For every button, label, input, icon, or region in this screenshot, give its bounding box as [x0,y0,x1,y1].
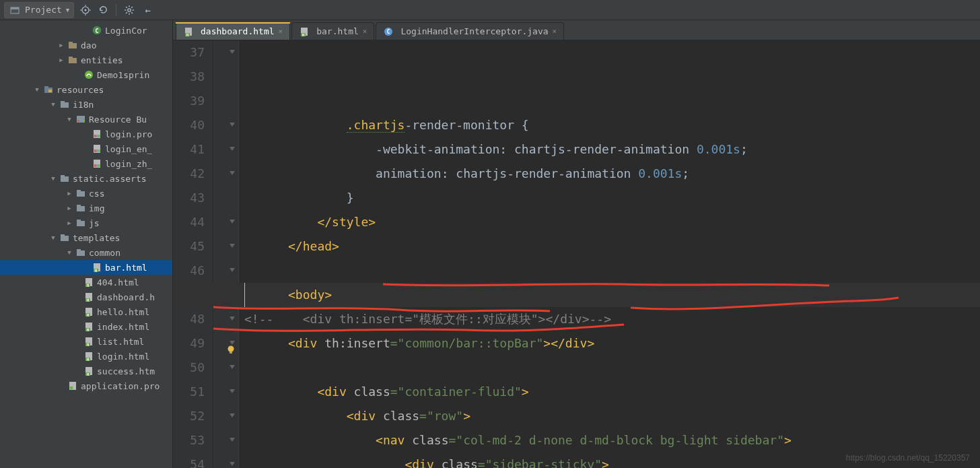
code-line[interactable] [244,356,980,380]
expand-arrow-icon[interactable] [73,352,82,361]
code-line[interactable] [244,259,980,283]
tree-node[interactable]: ▼i18n [0,97,172,112]
expand-arrow-icon[interactable] [73,337,82,346]
tree-node-label: js [89,218,100,228]
expand-arrow-icon[interactable]: ▶ [65,218,74,228]
tree-node[interactable]: login_en_ [0,141,172,156]
code-line[interactable]: .chartjs-render-monitor { [244,113,980,137]
expand-arrow-icon[interactable]: ▶ [57,55,66,65]
tree-node-label: dashboard.h [97,292,155,302]
fold-marker-icon[interactable] [228,388,236,396]
fold-marker-icon[interactable] [228,436,236,444]
fold-marker-icon[interactable] [228,267,236,275]
tree-node-label: login.pro [105,129,152,139]
tree-node[interactable]: ▼resources [0,82,172,97]
editor-tab[interactable]: Hbar.html× [291,22,374,40]
expand-arrow-icon[interactable]: ▼ [48,233,58,242]
fold-marker-icon[interactable] [228,412,236,420]
tree-node[interactable]: login_zh_ [0,156,172,171]
expand-arrow-icon[interactable] [73,366,82,376]
tree-node[interactable]: Demo1sprin [0,67,172,82]
tree-node[interactable]: Hlogin.html [0,349,172,364]
tree-node[interactable]: login.pro [0,127,172,141]
expand-arrow-icon[interactable]: ▶ [65,189,74,198]
code-line[interactable]: animation: chartjs-render-animation 0.00… [244,162,980,186]
code-content[interactable]: .chartjs-render-monitor { -webkit-animat… [239,40,980,468]
tree-node[interactable]: ▶js [0,215,172,230]
expand-arrow-icon[interactable] [81,159,90,168]
expand-arrow-icon[interactable]: ▼ [32,85,42,94]
tree-node[interactable]: ▼static.asserts [0,171,172,186]
tree-node[interactable]: Hsuccess.htm [0,364,172,378]
svg-text:H: H [186,32,189,36]
expand-arrow-icon[interactable] [73,292,82,302]
code-line[interactable]: <nav class="col-md-2 d-none d-md-block b… [244,428,980,453]
expand-arrow-icon[interactable] [81,26,90,35]
expand-arrow-icon[interactable]: ▼ [48,100,58,109]
expand-arrow-icon[interactable] [57,381,66,391]
pkg-icon [67,40,78,51]
expand-arrow-icon[interactable] [81,263,90,272]
tree-node[interactable]: Hindex.html [0,319,172,334]
tree-node[interactable]: Hdashboard.h [0,290,172,304]
close-icon[interactable]: × [363,27,368,36]
refresh-icon[interactable] [97,4,109,16]
tree-node[interactable]: ▶img [0,201,172,215]
class-icon: C [92,25,102,36]
fold-marker-icon[interactable] [228,242,236,250]
code-line[interactable]: <div th:insert="common/bar::topBar"></di… [244,331,980,356]
expand-arrow-icon[interactable]: ▶ [65,203,74,213]
code-line[interactable]: <div class="row"> [244,404,980,428]
code-editor[interactable]: 373839404142434445464748495051525354 .ch… [173,40,980,468]
tree-node[interactable]: H404.html [0,275,172,290]
project-tree[interactable]: CLoginCor▶dao▶entitiesDemo1sprin▼resourc… [0,20,173,468]
fold-marker-icon[interactable] [228,364,236,372]
tree-node[interactable]: ▶css [0,186,172,201]
tree-node[interactable]: ▼templates [0,230,172,245]
expand-arrow-icon[interactable] [73,70,82,79]
svg-rect-21 [69,58,77,63]
tree-node[interactable]: Hlist.html [0,334,172,349]
expand-arrow-icon[interactable] [73,307,82,316]
gear-icon[interactable] [123,4,135,16]
close-icon[interactable]: × [279,27,283,36]
expand-arrow-icon[interactable]: ▶ [57,40,66,50]
expand-arrow-icon[interactable]: ▼ [48,174,58,183]
tree-node[interactable]: ▼Resource Bu [0,112,172,127]
tree-node[interactable]: Hbar.html [0,260,172,275]
code-line[interactable]: </head> [244,234,980,259]
tree-node[interactable]: ▶dao [0,38,172,53]
editor-tab[interactable]: Hdashboard.html× [176,22,290,40]
tree-node[interactable]: Hhello.html [0,304,172,319]
tree-node[interactable]: ▼common [0,245,172,260]
editor-tab[interactable]: CLoginHandlerInterceptor.java× [376,22,564,40]
svg-rect-47 [77,191,85,197]
code-line[interactable]: } [244,186,980,210]
expand-arrow-icon[interactable]: ▼ [65,114,74,124]
close-icon[interactable]: × [553,27,557,36]
tree-node[interactable]: ▶entities [0,53,172,67]
project-selector[interactable]: Project ▼ [4,2,74,18]
expand-arrow-icon[interactable]: ▼ [65,248,74,257]
fold-marker-icon[interactable] [228,121,236,129]
bulb-icon[interactable] [226,338,236,347]
code-line[interactable]: <!-- <div th:insert="模板文件::对应模块"></div>-… [244,307,980,331]
expand-arrow-icon[interactable] [81,144,90,154]
fold-marker-icon[interactable] [228,48,236,57]
code-line[interactable]: <div class="container-fluid"> [244,380,980,404]
expand-arrow-icon[interactable] [73,322,82,331]
tree-node[interactable]: CLoginCor [0,23,172,38]
tree-node[interactable]: application.pro [0,378,172,393]
collapse-icon[interactable]: ← [141,4,153,16]
fold-marker-icon[interactable] [228,461,236,468]
fold-marker-icon[interactable] [228,145,236,154]
code-line[interactable]: </style> [244,210,980,234]
target-icon[interactable] [79,4,92,16]
expand-arrow-icon[interactable] [73,277,82,287]
code-line[interactable]: <body> [244,283,980,307]
fold-marker-icon[interactable] [228,218,236,226]
code-line[interactable]: -webkit-animation: chartjs-render-animat… [244,137,980,162]
expand-arrow-icon[interactable] [81,129,90,139]
fold-marker-icon[interactable] [228,315,236,323]
fold-marker-icon[interactable] [228,170,236,178]
